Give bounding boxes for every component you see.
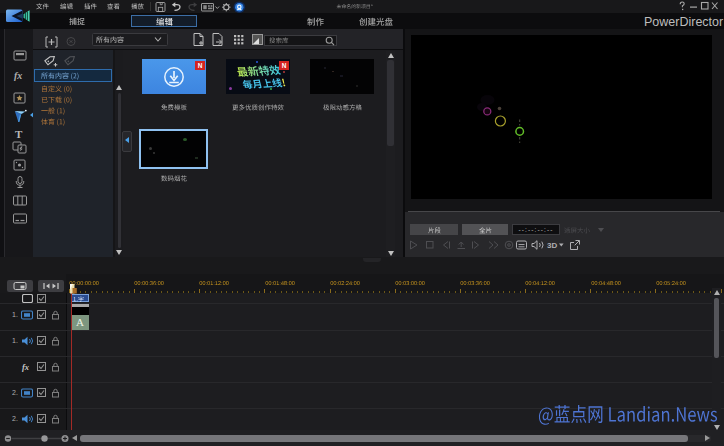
svg-text:fx: fx [14,70,22,81]
svg-text:T: T [15,128,23,140]
svg-text:3D: 3D [547,241,557,250]
